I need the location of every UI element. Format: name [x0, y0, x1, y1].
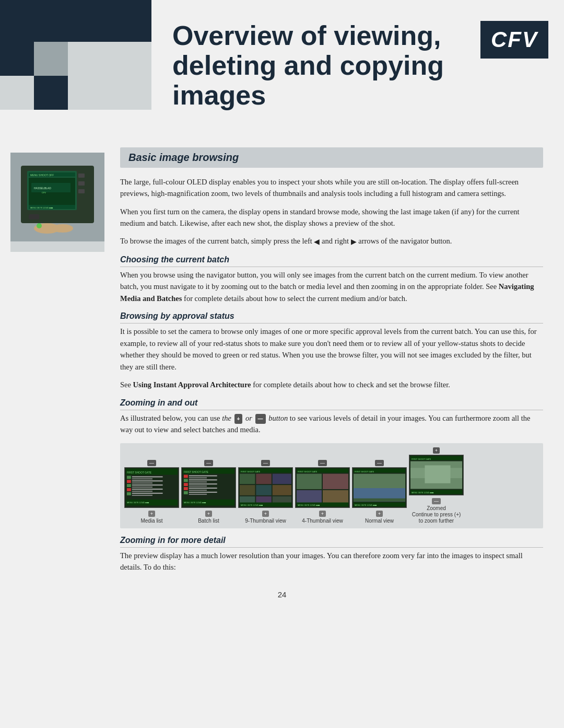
- zoom-minus-btn-3: —: [261, 460, 270, 466]
- svg-rect-52: [184, 491, 188, 494]
- section-zoom-detail-heading: Zooming in for more detail: [120, 536, 543, 548]
- zoom-screen-batch-list: FIRST SHOOT GATE: [181, 467, 236, 508]
- svg-rect-64: [256, 485, 271, 495]
- zoom-screen-media-list: FIRST SHOOT GATE: [124, 467, 179, 508]
- header: Overview of viewing, deleting and copyin…: [0, 0, 564, 137]
- svg-rect-77: [323, 490, 348, 504]
- approval-bold: Using Instant Approval Architecture: [133, 380, 253, 389]
- section-basic-title: Basic image browsing: [128, 152, 535, 164]
- svg-text:MENU 36/78  12345  ■■■: MENU 36/78 12345 ■■■: [30, 206, 53, 209]
- 4thumb-svg: FIRST SHOOT GATE MENU 36/78 12345 ■■■: [296, 467, 349, 508]
- svg-rect-13: [29, 214, 39, 219]
- svg-text:CFV: CFV: [42, 191, 46, 194]
- left-arrow-icon: ◀: [314, 236, 320, 248]
- header-left-decoration: [0, 0, 151, 137]
- zoom-label-normal: Normal view: [365, 518, 394, 524]
- svg-rect-28: [132, 487, 152, 488]
- svg-rect-75: [323, 473, 348, 489]
- svg-rect-41: [189, 475, 217, 476]
- svg-rect-34: [132, 494, 152, 495]
- zoom-minus-btn-2: —: [204, 460, 213, 466]
- svg-rect-29: [127, 488, 131, 491]
- svg-text:MENU  36/78  12345  ■■■: MENU 36/78 12345 ■■■: [298, 504, 320, 506]
- section-approval-heading: Browsing by approval status: [120, 311, 543, 323]
- right-arrow-icon: ▶: [351, 236, 357, 248]
- svg-rect-85: [354, 498, 405, 501]
- svg-text:MENU  SHOOT  OFF: MENU SHOOT OFF: [30, 174, 54, 177]
- cfv-logo: CFV: [480, 21, 548, 59]
- svg-text:FIRST  SHOOT  GATE: FIRST SHOOT GATE: [241, 470, 261, 472]
- checker-cell-4: [34, 76, 68, 110]
- checker-cell-2: [34, 42, 68, 76]
- left-sidebar: MENU SHOOT OFF HASSELBLAD CFV MENU 36/78…: [0, 147, 115, 580]
- zoom-plus-btn-3: +: [262, 511, 269, 517]
- zoom-plus-btn-2: +: [205, 511, 212, 517]
- dark-top-block: [0, 0, 151, 42]
- batch-bold: Navigating Media and Batches: [120, 282, 534, 302]
- svg-rect-30: [132, 489, 163, 490]
- svg-rect-76: [297, 490, 322, 504]
- svg-rect-10: [78, 174, 85, 178]
- section-batch-heading: Choosing the current batch: [120, 255, 543, 267]
- svg-rect-24: [132, 480, 163, 481]
- svg-rect-23: [127, 480, 131, 483]
- zoom-the-italic: the: [222, 414, 231, 422]
- svg-rect-62: [273, 473, 291, 484]
- zoom-minus-btn-4: —: [318, 460, 327, 466]
- sidebar-gray-bar: [10, 241, 104, 252]
- main-layout: MENU SHOOT OFF HASSELBLAD CFV MENU 36/78…: [0, 137, 564, 580]
- svg-text:FIRST  SHOOT  GATE: FIRST SHOOT GATE: [184, 470, 209, 473]
- svg-rect-54: [189, 493, 207, 494]
- zoom-detail-para: The preview display has a much lower res…: [120, 550, 543, 573]
- batch-list-svg: FIRST SHOOT GATE: [182, 467, 236, 508]
- svg-rect-47: [189, 483, 217, 484]
- basic-para1: The large, full-colour OLED display enab…: [120, 176, 543, 200]
- media-list-svg: FIRST SHOOT GATE: [125, 467, 179, 508]
- normal-view-svg: FIRST SHOOT GATE MENU 36/78 12345 ■■■: [352, 467, 406, 508]
- zoom-screen-zoomed: FIRST SHOOT GATE MENU 36/78 12345 ■■■: [409, 455, 464, 495]
- svg-rect-25: [132, 482, 152, 483]
- svg-rect-61: [256, 473, 271, 484]
- svg-text:HASSELBLAD: HASSELBLAD: [34, 187, 51, 190]
- svg-rect-42: [189, 477, 207, 478]
- zoom-item-9thumb: — FIRST SHOOT GATE: [238, 460, 293, 524]
- svg-text:MENU  36/78  12345  ■■■: MENU 36/78 12345 ■■■: [184, 501, 206, 504]
- zoom-plus-btn-4: +: [319, 511, 326, 517]
- svg-rect-65: [273, 485, 291, 495]
- svg-rect-53: [189, 491, 217, 492]
- zoom-screen-9thumb: FIRST SHOOT GATE MENU 36/78 12345 ■■■: [238, 467, 293, 508]
- svg-rect-45: [189, 481, 207, 482]
- zoom-minus-btn-6: —: [432, 498, 441, 504]
- header-bottom-fill: [0, 110, 151, 137]
- svg-rect-22: [132, 478, 152, 479]
- zoom-plus-btn-1: +: [148, 511, 155, 517]
- zoom-minus-btn-5: —: [375, 460, 384, 466]
- zoom-plus-btn-top-6: +: [433, 447, 440, 454]
- svg-rect-48: [189, 486, 207, 487]
- zoom-plus-btn-5: +: [376, 511, 383, 517]
- svg-rect-20: [127, 476, 131, 479]
- button-italic: button: [268, 414, 288, 422]
- svg-rect-31: [132, 491, 152, 492]
- basic-para2: When you first turn on the camera, the d…: [120, 206, 543, 229]
- svg-rect-40: [184, 475, 188, 478]
- header-gray-fill: [68, 42, 151, 110]
- svg-rect-49: [184, 487, 188, 490]
- minus-button-icon: —: [255, 414, 266, 424]
- svg-rect-46: [184, 483, 188, 486]
- zoom-label-9thumb: 9-Thumbnail view: [245, 518, 286, 524]
- checker-cell-1: [0, 42, 34, 76]
- zoom-minus-btn-1: —: [147, 460, 156, 466]
- zoom-item-zoomed: + FIRST SHOOT GATE MENU 36/78 12345 ■■■: [409, 447, 464, 524]
- svg-rect-27: [132, 484, 163, 486]
- svg-rect-43: [184, 479, 188, 482]
- svg-rect-33: [132, 492, 163, 493]
- svg-text:MENU  36/78  12345  ■■■: MENU 36/78 12345 ■■■: [412, 491, 434, 494]
- page-number: 24: [0, 580, 564, 604]
- svg-rect-26: [127, 484, 131, 487]
- svg-rect-63: [240, 485, 255, 495]
- zoom-para1: As illustrated below, you can use the + …: [120, 412, 543, 436]
- svg-point-16: [37, 223, 42, 228]
- zoom-item-batch-list: — FIRST SHOOT GATE: [181, 460, 236, 524]
- zoomed-view-svg: FIRST SHOOT GATE MENU 36/78 12345 ■■■: [409, 455, 463, 495]
